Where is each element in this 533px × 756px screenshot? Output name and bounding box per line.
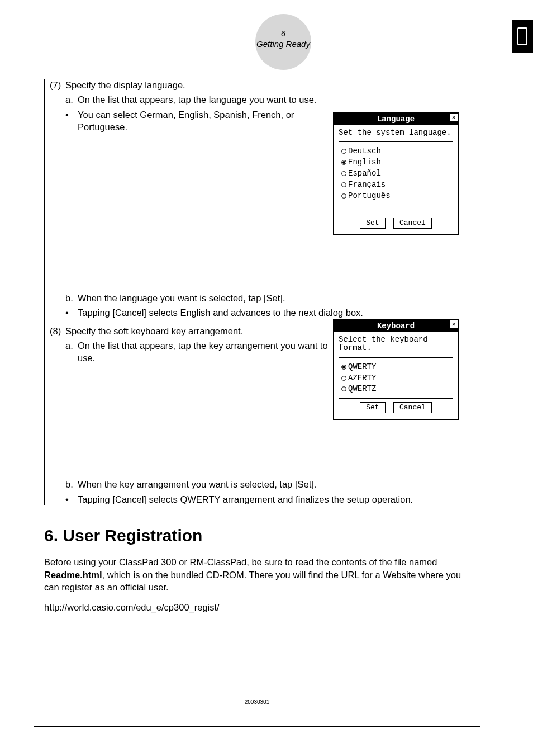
substep-mark: b. [65,478,78,490]
step-title: Specify the display language. [65,79,185,91]
keyboard-dialog: Keyboard ✕ Select the keyboard format. Q… [333,319,459,420]
footer-code: 20030301 [34,699,480,705]
substep-mark: b. [65,292,78,304]
section-heading: 6. User Registration [44,525,470,547]
cancel-button[interactable]: Cancel [393,218,432,229]
cancel-button[interactable]: Cancel [393,402,432,413]
dialog-prompt: Select the keyboard format. [339,336,453,353]
readme-filename: Readme.html [44,570,102,580]
option-espanol[interactable]: Español [341,168,450,179]
dialog-title-bar: Keyboard ✕ [334,320,458,332]
substep-text: When the language you want is selected, … [78,292,470,304]
step-number: (7) [50,79,65,91]
substep-text: When the key arrangement you want is sel… [78,478,470,490]
bullet-icon: • [65,108,78,134]
dialog-options: Deutsch English Español Français Portugu… [339,141,453,214]
registration-url: http://world.casio.com/edu_e/cp300_regis… [44,601,470,613]
substep-text: On the list that appears, tap the key ar… [78,339,346,365]
option-azerty[interactable]: AZERTY [341,373,450,384]
page-content: (7) Specify the display language. a. On … [34,6,480,613]
set-button[interactable]: Set [360,402,385,413]
registration-paragraph: Before using your ClassPad 300 or RM-Cla… [44,556,470,593]
set-button[interactable]: Set [360,218,385,229]
dialog-title: Keyboard [377,322,415,330]
device-icon [512,20,533,53]
close-icon[interactable]: ✕ [449,114,458,122]
substep-mark: a. [65,93,78,106]
close-icon[interactable]: ✕ [449,320,458,329]
step-title: Specify the soft keyboard key arrangemen… [65,325,243,337]
step-number: (8) [50,325,65,337]
bullet-icon: • [65,493,78,505]
option-qwerty[interactable]: QWERTY [341,362,450,372]
option-english[interactable]: English [341,157,450,168]
language-dialog: Language ✕ Set the system language. Deut… [333,112,459,235]
bullet-text: Tapping [Cancel] selects English and adv… [78,306,470,319]
substep-text: On the list that appears, tap the langua… [78,93,470,106]
dialog-prompt: Set the system language. [339,129,453,137]
option-francais[interactable]: Français [341,179,450,190]
dialog-title-bar: Language ✕ [334,114,458,125]
bullet-icon: • [65,306,78,319]
option-deutsch[interactable]: Deutsch [341,146,450,157]
bullet-text: You can select German, English, Spanish,… [78,108,346,134]
page-frame: 6 Getting Ready (7) Specify the display … [34,6,480,727]
option-qwertz[interactable]: QWERTZ [341,384,450,394]
dialog-title: Language [377,115,415,124]
substep-mark: a. [65,339,78,365]
dialog-options: QWERTY AZERTY QWERTZ [339,357,453,399]
option-portugues[interactable]: Português [341,191,450,201]
bullet-text: Tapping [Cancel] selects QWERTY arrangem… [78,493,470,505]
